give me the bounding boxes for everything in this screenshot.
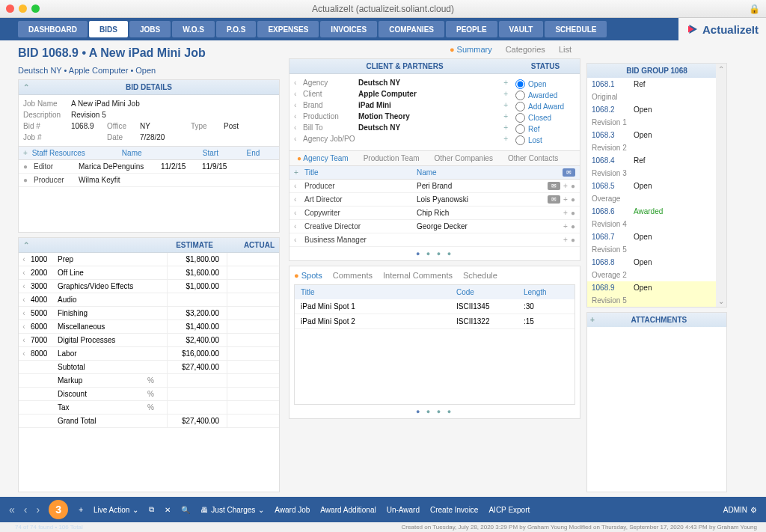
bid-group-row[interactable]: 1068.5Open — [587, 180, 726, 192]
nav-prev-icon[interactable]: ‹ — [24, 504, 26, 516]
nav-bids[interactable]: BIDS — [89, 21, 128, 37]
scroll-down-icon[interactable]: ⌄ — [718, 297, 724, 305]
nav-vault[interactable]: VAULT — [499, 21, 544, 37]
value-description[interactable]: Revision 5 — [71, 111, 106, 119]
markup-pct[interactable]: % — [147, 376, 165, 385]
spot-row[interactable]: iPad Mini Spot 1ISCII1345:30 — [295, 299, 574, 314]
subtab-categories[interactable]: Categories — [506, 45, 545, 54]
search-icon[interactable]: 🔍 — [181, 506, 190, 514]
estimate-row[interactable]: ‹6000Miscellaneous$1,400.00 — [19, 320, 279, 334]
bid-group-row[interactable]: 1068.6Awarded — [587, 205, 726, 218]
estimate-row[interactable]: ‹2000Off Line$1,600.00 — [19, 266, 279, 280]
add-button[interactable]: + — [79, 506, 83, 514]
estimate-row[interactable]: ‹4000Audio — [19, 293, 279, 307]
value-date[interactable]: 7/28/20 — [140, 133, 165, 141]
client-partner-row[interactable]: ‹Agency Job/PO+ — [289, 133, 512, 144]
team-row[interactable]: ‹Business Manager+● — [289, 233, 580, 247]
close-icon[interactable]: ✕ — [165, 506, 171, 514]
bid-group-row[interactable]: 1068.9Open — [587, 281, 726, 294]
nav-wos[interactable]: W.O.S — [172, 21, 215, 37]
team-row[interactable]: ‹Creative DirectorGeorge Decker+● — [289, 220, 580, 233]
add-staff-icon[interactable]: + — [23, 149, 28, 157]
collapse-icon[interactable]: ⌃ — [23, 83, 29, 91]
spot-row[interactable]: iPad Mini Spot 2ISCII1322:15 — [295, 314, 574, 329]
mail-all-icon[interactable]: ✉ — [563, 168, 575, 177]
value-office[interactable]: NY — [140, 122, 150, 130]
staff-row[interactable]: ●EditorMarica DePenguins11/2/1511/9/15 — [19, 160, 279, 174]
value-job-name[interactable]: A New iPad Mini Job — [71, 100, 140, 108]
print-button[interactable]: 🖶 Just Charges ⌄ — [200, 506, 264, 514]
tab-internal-comments[interactable]: Internal Comments — [383, 271, 453, 280]
status-header: STATUS — [515, 62, 575, 70]
pagination-dots[interactable]: ● ● ● ● — [289, 405, 580, 418]
col-spot-code: Code — [456, 288, 524, 296]
discount-pct[interactable]: % — [147, 390, 165, 398]
status-radio[interactable]: Closed — [515, 112, 577, 123]
tab-other-companies[interactable]: Other Companies — [427, 151, 500, 165]
estimate-row[interactable]: ‹7000Digital Processes$2,400.00 — [19, 334, 279, 347]
staff-row[interactable]: ●ProducerWilma Keyfit — [19, 174, 279, 187]
add-team-icon[interactable]: + — [294, 168, 304, 177]
status-radio[interactable]: Add Award — [515, 101, 577, 112]
nav-expenses[interactable]: EXPENSES — [257, 21, 319, 37]
client-partner-row[interactable]: ‹Bill ToDeutsch NY+ — [289, 122, 512, 133]
tab-comments[interactable]: Comments — [333, 271, 373, 280]
add-attachment-icon[interactable]: + — [590, 316, 595, 324]
label-tax: Tax — [58, 403, 147, 412]
nav-first-icon[interactable]: « — [9, 504, 13, 516]
create-invoice-button[interactable]: Create Invoice — [430, 506, 478, 514]
status-radio[interactable]: Ref — [515, 123, 577, 135]
collapse-icon[interactable]: ⌃ — [23, 241, 38, 249]
tab-other-contacts[interactable]: Other Contacts — [500, 151, 566, 165]
client-partner-row[interactable]: ‹ClientApple Computer+ — [289, 88, 512, 100]
estimate-row[interactable]: ‹3000Graphics/Video Effects$1,000.00 — [19, 280, 279, 293]
tab-agency-team[interactable]: Agency Team — [289, 151, 356, 165]
value-type[interactable]: Post — [224, 122, 239, 130]
bid-group-row[interactable]: 1068.1Ref — [587, 78, 726, 91]
tab-production-team[interactable]: Production Team — [356, 151, 427, 165]
nav-dashboard[interactable]: DASHBOARD — [18, 21, 88, 37]
client-partner-row[interactable]: ‹AgencyDeutsch NY+ — [289, 77, 512, 88]
live-action-button[interactable]: Live Action ⌄ — [94, 506, 138, 514]
status-radio[interactable]: Awarded — [515, 90, 577, 101]
estimate-row[interactable]: ‹8000Labor$16,000.00 — [19, 347, 279, 361]
nav-companies[interactable]: COMPANIES — [379, 21, 444, 37]
mail-icon[interactable]: ✉ — [548, 182, 560, 190]
col-team-title: Title — [304, 168, 417, 177]
nav-schedule[interactable]: SCHEDULE — [545, 21, 607, 37]
tab-spots[interactable]: Spots — [294, 271, 322, 280]
team-row[interactable]: ‹CopywriterChip Rich+● — [289, 207, 580, 220]
tax-pct[interactable]: % — [147, 403, 165, 412]
bid-group-row[interactable]: 1068.4Ref — [587, 154, 726, 167]
aicp-export-button[interactable]: AICP Export — [488, 506, 530, 514]
nav-invoices[interactable]: INVOICES — [320, 21, 377, 37]
duplicate-icon[interactable]: ⧉ — [149, 505, 154, 514]
estimate-row[interactable]: ‹5000Finishing$3,200.00 — [19, 307, 279, 320]
nav-next-icon[interactable]: › — [36, 504, 38, 516]
unaward-button[interactable]: Un-Award — [387, 506, 420, 514]
subtab-summary[interactable]: Summary — [450, 45, 492, 54]
pagination-dots[interactable]: ● ● ● ● — [289, 247, 580, 260]
bid-group-row[interactable]: 1068.3Open — [587, 129, 726, 141]
scroll-up-icon[interactable]: ⌃ — [718, 65, 724, 73]
admin-button[interactable]: ADMIN ⚙ — [723, 506, 757, 514]
nav-jobs[interactable]: JOBS — [129, 21, 171, 37]
award-job-button[interactable]: Award Job — [275, 506, 310, 514]
bid-group-row[interactable]: 1068.7Open — [587, 230, 726, 243]
tab-schedule[interactable]: Schedule — [463, 271, 497, 280]
client-partner-row[interactable]: ‹BrandiPad Mini+ — [289, 100, 512, 111]
mail-icon[interactable]: ✉ — [548, 195, 560, 204]
bid-group-row[interactable]: 1068.8Open — [587, 256, 726, 269]
nav-people[interactable]: PEOPLE — [446, 21, 497, 37]
estimate-row[interactable]: ‹1000Prep$1,800.00 — [19, 253, 279, 266]
status-radio[interactable]: Lost — [515, 135, 577, 146]
team-row[interactable]: ‹ProducerPeri Brand✉+● — [289, 180, 580, 193]
scrollbar[interactable]: ⌃⌄ — [716, 64, 726, 307]
award-additional-button[interactable]: Award Additional — [320, 506, 376, 514]
status-radio[interactable]: Open — [515, 79, 577, 90]
team-row[interactable]: ‹Art DirectorLois Pyanowski✉+● — [289, 193, 580, 207]
client-partner-row[interactable]: ‹ProductionMotion Theory+ — [289, 111, 512, 122]
bid-group-row[interactable]: 1068.2Open — [587, 103, 726, 116]
nav-pos[interactable]: P.O.S — [216, 21, 256, 37]
subtab-list[interactable]: List — [559, 45, 572, 54]
